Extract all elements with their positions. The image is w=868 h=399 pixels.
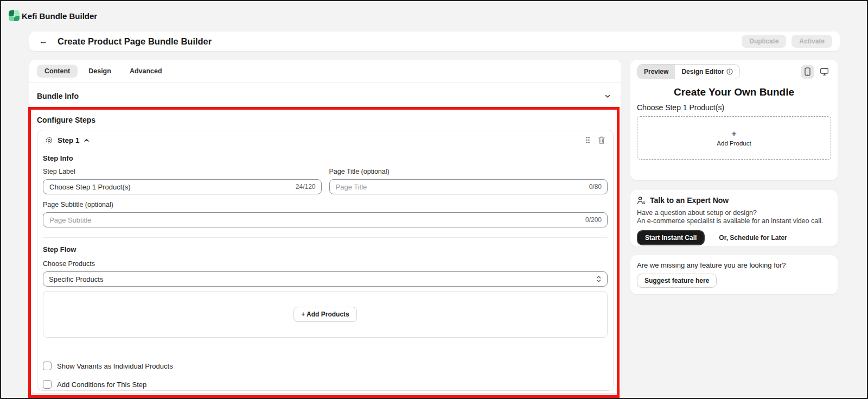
step-label-input[interactable] xyxy=(43,179,322,194)
drag-handle-icon[interactable] xyxy=(585,136,591,144)
add-product-label: Add Product xyxy=(717,140,751,147)
step-header[interactable]: Step 1 xyxy=(43,130,608,150)
design-editor-toggle-button[interactable]: Design Editor xyxy=(675,65,739,79)
choose-products-select[interactable]: Specific Products xyxy=(43,271,608,287)
page-subtitle-field: Page Subtitle (optional) 0/200 xyxy=(43,201,608,227)
step-flow-heading: Step Flow xyxy=(43,245,608,254)
show-variants-label: Show Variants as Individual Products xyxy=(57,362,173,370)
page-title-field: Page Title (optional) 0/80 xyxy=(329,168,608,194)
preview-add-product-dropzone[interactable]: + Add Product xyxy=(637,116,831,160)
add-conditions-row: Add Conditions for This Step xyxy=(43,380,608,389)
preview-toggle-button[interactable]: Preview xyxy=(637,65,675,79)
step-title: Step 1 xyxy=(58,136,80,144)
tab-design[interactable]: Design xyxy=(81,65,119,78)
preview-bundle-title: Create Your Own Bundle xyxy=(637,86,831,98)
page-subtitle-label: Page Subtitle (optional) xyxy=(43,201,608,208)
tab-advanced[interactable]: Advanced xyxy=(122,65,170,78)
step-label-field: Step Label 24/120 xyxy=(43,168,322,194)
app-title: Kefi Bundle Builder xyxy=(22,11,97,21)
back-arrow-icon[interactable]: ← xyxy=(37,36,50,46)
step-info-heading: Step Info xyxy=(43,154,608,162)
bundle-info-accordion[interactable]: Bundle Info xyxy=(29,83,621,109)
page-title-input[interactable] xyxy=(329,179,608,194)
trash-icon[interactable] xyxy=(598,136,605,144)
show-variants-row: Show Variants as Individual Products xyxy=(43,362,608,370)
schedule-later-link[interactable]: Or, Schedule for Later xyxy=(719,234,787,242)
start-instant-call-button[interactable]: Start Instant Call xyxy=(637,230,705,245)
expert-card: Talk to an Expert Now Have a question ab… xyxy=(630,190,838,246)
expert-title: Talk to an Expert Now xyxy=(650,196,729,205)
feature-suggestion-card: Are we missing any feature you are looki… xyxy=(630,255,838,294)
page-header: ← Create Product Page Bundle Builder Dup… xyxy=(29,31,840,51)
step-card: Step 1 Step Info xyxy=(37,130,614,391)
desktop-view-button[interactable] xyxy=(818,65,831,79)
step-label-counter: 24/120 xyxy=(296,183,316,191)
plus-icon: + xyxy=(731,129,737,138)
activate-button[interactable]: Activate xyxy=(792,35,832,48)
info-icon xyxy=(726,68,733,75)
device-switcher xyxy=(801,65,831,79)
top-bar: + Kefi Bundle Builder xyxy=(1,1,867,30)
preview-panel: Preview Design Editor Create Your Own Bu… xyxy=(630,60,838,180)
expert-line2: An e-commerce specialist is available fo… xyxy=(637,217,831,225)
products-empty-area: + Add Products xyxy=(43,291,608,338)
page-title-label: Page Title (optional) xyxy=(329,168,608,175)
add-conditions-checkbox[interactable] xyxy=(43,380,52,389)
gear-icon xyxy=(45,136,53,144)
feature-question: Are we missing any feature you are looki… xyxy=(637,261,831,269)
configure-steps-title: Configure Steps xyxy=(37,116,614,124)
expert-person-icon xyxy=(637,196,646,205)
page-subtitle-counter: 0/200 xyxy=(585,216,602,224)
app-logo-icon: + xyxy=(9,10,20,21)
app-window: + Kefi Bundle Builder ← Create Product P… xyxy=(0,0,868,399)
show-variants-checkbox[interactable] xyxy=(43,362,52,370)
add-products-button[interactable]: + Add Products xyxy=(293,307,357,322)
logo-plus-glyph: + xyxy=(9,10,20,21)
view-toggle: Preview Design Editor xyxy=(637,64,740,79)
page-title-counter: 0/80 xyxy=(589,183,602,191)
bundle-info-title: Bundle Info xyxy=(37,92,79,100)
suggest-feature-button[interactable]: Suggest feature here xyxy=(637,274,717,288)
step-flow-divider xyxy=(43,237,608,238)
choose-products-select-value: Specific Products xyxy=(49,275,103,283)
select-updown-icon xyxy=(596,275,602,283)
page-subtitle-input[interactable] xyxy=(43,212,608,227)
header-actions: Duplicate Activate xyxy=(742,35,832,48)
add-conditions-label: Add Conditions for This Step xyxy=(57,381,146,389)
preview-step-label: Choose Step 1 Product(s) xyxy=(637,103,831,112)
tab-content[interactable]: Content xyxy=(37,65,78,78)
mobile-view-button[interactable] xyxy=(801,65,814,79)
page-title: Create Product Page Bundle Builder xyxy=(58,36,212,47)
tab-bar: Content Design Advanced xyxy=(29,60,621,83)
step-tools xyxy=(585,136,605,144)
chevron-down-icon[interactable] xyxy=(604,92,611,100)
choose-products-label: Choose Products xyxy=(43,260,608,268)
duplicate-button[interactable]: Duplicate xyxy=(742,35,786,48)
chevron-up-icon[interactable] xyxy=(84,137,90,143)
editor-panel: Content Design Advanced Bundle Info Conf… xyxy=(29,60,621,393)
configure-steps-section: Configure Steps Step 1 xyxy=(29,109,621,391)
step-label-label: Step Label xyxy=(43,168,322,175)
design-editor-label: Design Editor xyxy=(681,68,724,75)
expert-line1: Have a question about setup or design? xyxy=(637,209,831,217)
